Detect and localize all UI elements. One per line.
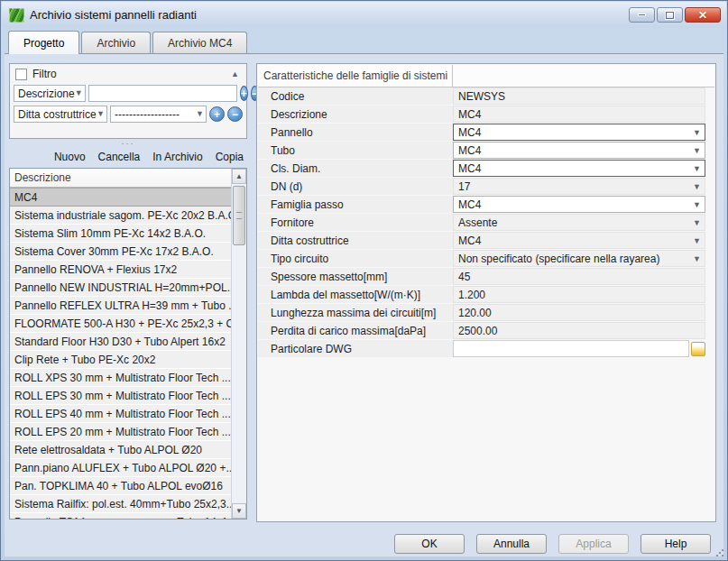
prop-value-text: MC4	[458, 144, 690, 157]
list-item[interactable]: Pan. TOPKLIMA 40 + Tubo ALPOL evoØ16	[10, 477, 231, 495]
chevron-down-icon[interactable]: ▼	[690, 200, 704, 209]
app-icon	[9, 8, 24, 23]
chevron-down-icon[interactable]: ▼	[690, 254, 704, 263]
list-column-header[interactable]: Descrizione	[10, 169, 231, 188]
prop-row: Perdita di carico massima[daPa]2500.00	[258, 322, 714, 339]
prop-row: DescrizioneMC4	[258, 106, 714, 123]
close-button[interactable]: ✕	[685, 7, 721, 23]
scroll-up-icon[interactable]: ▲	[232, 169, 246, 184]
prop-value-field[interactable]: 120.00	[453, 304, 705, 321]
prop-value-field[interactable]: MC4▼	[453, 196, 705, 213]
resize-grip[interactable]	[715, 548, 724, 557]
list-item[interactable]: Standard Floor H30 D30 + Tubo Alpert 16x…	[10, 333, 231, 351]
add-filter-button[interactable]: +	[209, 106, 225, 122]
list-item[interactable]: Pannello RENOVA + Flexius 17x2	[10, 261, 231, 279]
folder-icon[interactable]	[691, 342, 705, 356]
prop-value-field[interactable]: 2500.00	[453, 322, 705, 339]
ok-button[interactable]: OK	[394, 534, 465, 554]
prop-value-cell: 17▼	[453, 178, 714, 195]
titlebar[interactable]: Archivio sistemi pannelli radianti ✕	[2, 2, 726, 28]
prop-value-text: 1.200	[458, 289, 704, 301]
prop-row: Famiglia passoMC4▼	[258, 196, 714, 213]
remove-filter-button[interactable]: −	[227, 106, 243, 122]
list-item[interactable]: Pannello NEW INDUSTRIAL H=20mm+POL...	[10, 279, 231, 297]
prop-label: Particolare DWG	[258, 340, 453, 357]
tab-archivio[interactable]: Archivio	[81, 32, 151, 53]
system-list-panel: Descrizione MC4Sistema industriale sagom…	[9, 168, 247, 520]
list-item[interactable]: Sistema Railfix: pol.est. 40mm+Tubo 25x2…	[10, 495, 231, 513]
help-button[interactable]: Help	[640, 534, 711, 554]
prop-label: Tubo	[258, 142, 453, 159]
prop-value-field[interactable]: 45	[453, 268, 705, 285]
chevron-down-icon[interactable]: ▼	[690, 164, 704, 173]
prop-value-field[interactable]: MC4▼	[453, 232, 705, 249]
prop-label: Famiglia passo	[258, 196, 453, 213]
filter-row: Descrizione▼+−	[14, 84, 243, 103]
prop-value-cell: MC4▼	[453, 232, 714, 249]
scrollbar-thumb[interactable]	[233, 186, 245, 245]
maximize-button[interactable]	[657, 7, 683, 23]
prop-row: PannelloMC4▼	[258, 124, 714, 141]
prop-value-field[interactable]	[453, 340, 689, 357]
collapse-up-icon[interactable]: ▲	[229, 69, 241, 78]
prop-value-field[interactable]: MC4▼	[453, 142, 705, 159]
prop-value-field[interactable]: 1.200	[453, 286, 705, 303]
toolbar-button-copia[interactable]: Copia	[216, 151, 244, 163]
filtro-checkbox[interactable]	[15, 69, 27, 80]
list-item[interactable]: ROLL EPS 40 mm + Multistrato Floor Tech …	[10, 405, 231, 423]
list-item[interactable]: Pann.piano ALUFLEX + Tubo ALPOL Ø20 +...	[10, 459, 231, 477]
prop-value-field[interactable]: Non specificato (specificare nella rayar…	[453, 250, 705, 267]
tab-progetto[interactable]: Progetto	[8, 31, 79, 54]
list-item[interactable]: Pannello REFLEX ULTRA H=39 mm + Tubo ...	[10, 297, 231, 315]
scroll-down-icon[interactable]: ▼	[232, 503, 246, 519]
chevron-down-icon[interactable]: ▼	[690, 146, 704, 155]
list-item[interactable]: Rete elettrosaldata + Tubo ALPOL Ø20	[10, 441, 231, 459]
filter-value-select[interactable]: ------------------▼	[110, 106, 207, 123]
filter-field-select[interactable]: Descrizione▼	[14, 85, 86, 102]
list-item[interactable]: Sistema Cover 30mm PE-Xc 17x2 B.A.O.	[10, 243, 231, 261]
prop-value-field[interactable]: 17▼	[453, 178, 705, 195]
prop-row: Ditta costruttriceMC4▼	[258, 232, 714, 249]
prop-value-cell: 45	[453, 268, 714, 285]
prop-value-field[interactable]: MC4▼	[453, 124, 705, 141]
prop-value-cell: 2500.00	[453, 322, 714, 339]
minimize-button[interactable]	[629, 7, 655, 23]
prop-value-field[interactable]: MC4	[453, 106, 705, 123]
prop-value-field[interactable]: Assente▼	[453, 214, 705, 231]
toolbar-button-in-archivio[interactable]: In Archivio	[152, 151, 202, 163]
list-item[interactable]: Sistema Slim 10mm PE-Xc 14x2 B.A.O.	[10, 225, 231, 243]
chevron-down-icon[interactable]: ▼	[690, 218, 704, 227]
applica-button: Applica	[558, 534, 629, 554]
horizontal-splitter[interactable]: ···	[9, 141, 247, 148]
properties-header: Caratteristiche delle famiglie di sistem…	[258, 65, 453, 87]
chevron-down-icon[interactable]: ▼	[690, 128, 704, 137]
list-item[interactable]: Sistema industriale sagom. PE-Xc 20x2 B.…	[10, 207, 231, 225]
list-item[interactable]: FLOORMATE 500-A H30 + PE-Xc 25x2,3 + C..…	[10, 315, 231, 333]
chevron-down-icon[interactable]: ▼	[690, 236, 704, 245]
list-item[interactable]: Clip Rete + Tubo PE-Xc 20x2	[10, 351, 231, 369]
scrollbar-track[interactable]	[232, 247, 246, 503]
list-item[interactable]: ROLL EPS 30 mm + Multistrato Floor Tech …	[10, 387, 231, 405]
prop-row: Particolare DWG	[258, 340, 714, 357]
filter-field-select[interactable]: Ditta costruttrice▼	[14, 106, 107, 123]
prop-value-field[interactable]: MC4▼	[453, 160, 705, 177]
tab-archivio-mc4[interactable]: Archivio MC4	[152, 32, 247, 53]
prop-label: Cls. Diam.	[258, 160, 453, 177]
list-item[interactable]: ROLL EPS 20 mm + Multistrato Floor Tech …	[10, 423, 231, 441]
list-scrollbar[interactable]: ▲ ▼	[231, 169, 246, 519]
chevron-down-icon[interactable]: ▼	[690, 182, 704, 191]
list-item[interactable]: MC4	[10, 188, 231, 207]
list-item[interactable]: ROLL XPS 30 mm + Multistrato Floor Tech …	[10, 369, 231, 387]
annulla-button[interactable]: Annulla	[476, 534, 547, 554]
prop-value-cell: MC4▼	[453, 142, 714, 159]
prop-value-field[interactable]: NEWSYS	[453, 87, 705, 105]
filter-value-input[interactable]	[88, 85, 237, 102]
toolbar-button-cancella[interactable]: Cancella	[98, 151, 141, 163]
filter-panel: Filtro ▲ Descrizione▼+−Ditta costruttric…	[9, 63, 247, 139]
prop-value-text: MC4	[458, 108, 704, 121]
add-filter-button[interactable]: +	[240, 86, 248, 101]
filtro-label: Filtro	[32, 68, 229, 80]
toolbar-button-nuovo[interactable]: Nuovo	[54, 151, 86, 163]
list-item[interactable]: Pannello TS14 per posa a secco+Tubo 14x1…	[10, 513, 231, 519]
minimize-icon	[638, 14, 646, 16]
